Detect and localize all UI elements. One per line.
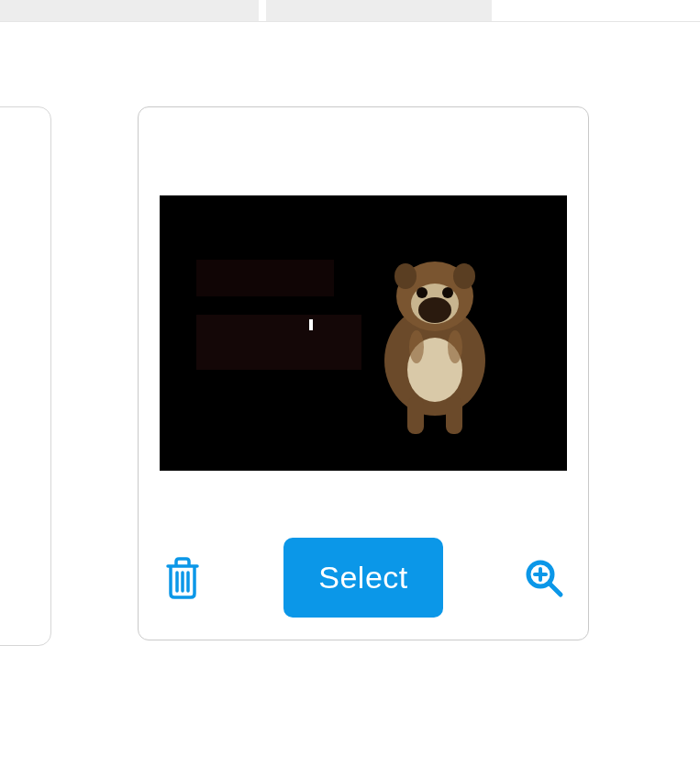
svg-point-5 [418, 297, 451, 323]
content-area: Select [0, 22, 700, 757]
tab-bar [0, 0, 700, 22]
svg-line-21 [550, 584, 561, 595]
svg-rect-15 [196, 315, 361, 370]
media-thumbnail[interactable] [160, 195, 567, 471]
svg-rect-14 [196, 260, 334, 296]
svg-rect-11 [446, 397, 462, 434]
tab-1[interactable] [0, 0, 259, 21]
svg-point-6 [394, 263, 417, 289]
svg-point-7 [453, 263, 475, 289]
svg-point-8 [417, 287, 428, 298]
svg-rect-16 [309, 319, 313, 330]
select-button[interactable]: Select [283, 538, 443, 618]
delete-button[interactable] [162, 558, 203, 598]
zoom-in-icon [524, 558, 564, 598]
svg-rect-10 [407, 397, 424, 434]
svg-point-9 [442, 287, 453, 298]
svg-point-13 [448, 330, 462, 363]
media-card: Select [138, 106, 589, 640]
media-card-previous[interactable] [0, 106, 51, 646]
zoom-button[interactable] [524, 558, 564, 598]
svg-point-12 [409, 330, 424, 363]
trash-icon [164, 557, 201, 599]
tab-2[interactable] [266, 0, 492, 21]
card-actions: Select [161, 538, 566, 618]
